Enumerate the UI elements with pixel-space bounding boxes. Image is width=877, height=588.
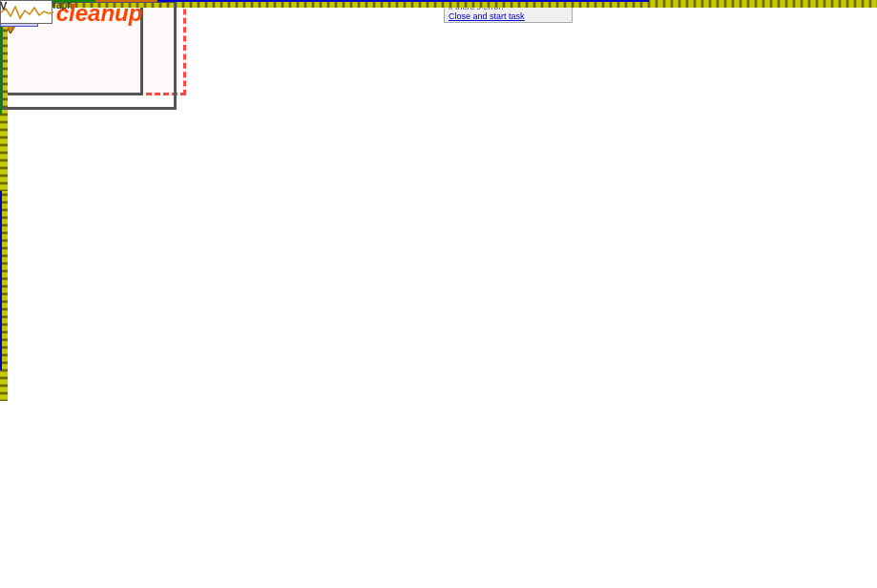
- waveform-mini-bottom: [0, 0, 52, 24]
- v-indicator: V: [0, 0, 7, 11]
- close-start-text[interactable]: Close and start task: [449, 11, 572, 21]
- main-canvas: if there's error: Close and start task N…: [0, 0, 877, 588]
